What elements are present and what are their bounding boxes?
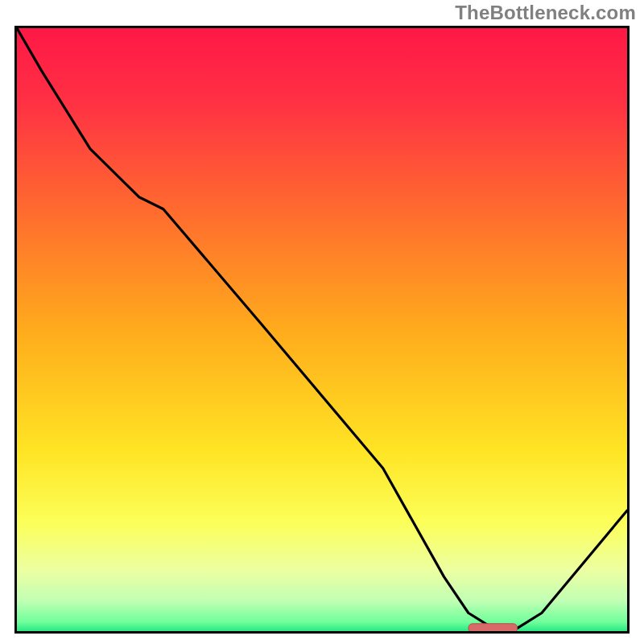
chart-svg bbox=[14, 26, 630, 634]
watermark-text: TheBottleneck.com bbox=[455, 2, 636, 24]
chart-area bbox=[14, 26, 630, 634]
chart-background-gradient bbox=[17, 28, 627, 631]
